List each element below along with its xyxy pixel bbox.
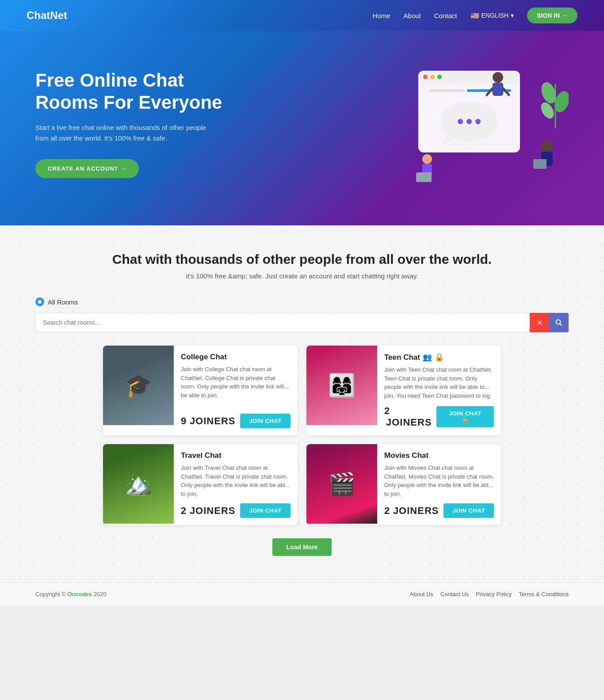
- navbar: ChatNet Home About Contact 🇺🇸 ENGLISH ▾ …: [0, 0, 604, 31]
- nav-contact[interactable]: Contact: [434, 12, 457, 19]
- flag-icon: 🇺🇸: [470, 11, 479, 20]
- svg-point-17: [422, 154, 432, 164]
- room-name-movies: Movies Chat: [384, 451, 494, 460]
- all-rooms-label: All Rooms: [48, 298, 78, 306]
- logo-bold: Chat: [27, 9, 50, 21]
- room-joiners-college: 9 JOINERS: [181, 415, 235, 427]
- section-title: Chat with thousands of other people from…: [35, 252, 569, 267]
- site-logo: ChatNet: [27, 9, 67, 22]
- room-desc-movies: Join with Movies Chat chat room at ChatN…: [384, 464, 494, 498]
- room-joiners-teen: 2 JOINERS: [384, 405, 436, 428]
- footer: Copyright © Oncodes 2020 About Us Contac…: [0, 582, 604, 605]
- load-more-button[interactable]: Load More: [272, 538, 332, 556]
- room-card-teen: 👩‍👩‍👧 Teen Chat 👥🔒 Join with Teen Chat c…: [306, 346, 501, 435]
- joiners-count: 2: [181, 505, 186, 516]
- join-chat-button-teen[interactable]: JOIN CHAT 🔒: [436, 406, 494, 427]
- footer-terms-link[interactable]: Terms & Conditions: [519, 591, 569, 597]
- user-icon: 👥: [423, 353, 432, 362]
- room-image-teen: 👩‍👩‍👧: [306, 346, 377, 425]
- svg-point-3: [423, 75, 428, 79]
- svg-rect-19: [416, 172, 432, 182]
- room-card-college: 🎓 College Chat Join with College Chat ch…: [103, 346, 298, 435]
- svg-point-26: [539, 100, 557, 121]
- nav-home[interactable]: Home: [373, 12, 390, 19]
- svg-rect-22: [533, 159, 547, 169]
- hero-title: Free Online Chat Rooms For Everyone: [35, 69, 248, 114]
- joiners-label: JOINERS: [190, 415, 236, 426]
- joiners-label: JOINERS: [190, 505, 236, 516]
- joiners-count: 2: [384, 405, 390, 416]
- section-subtitle: It's 100% free &amp; safe. Just create a…: [35, 272, 569, 280]
- load-more-section: Load More: [35, 538, 569, 556]
- svg-point-20: [541, 140, 552, 152]
- language-selector[interactable]: 🇺🇸 ENGLISH ▾: [470, 11, 514, 20]
- language-label: ENGLISH: [482, 12, 508, 19]
- search-clear-button[interactable]: ✕: [530, 313, 549, 332]
- svg-point-9: [466, 119, 472, 124]
- joiners-label: JOINERS: [386, 417, 432, 428]
- join-chat-button-travel[interactable]: JOIN CHAT: [240, 503, 291, 518]
- hero-subtitle: Start a live free chat online with thous…: [35, 122, 221, 144]
- hero-content: Free Online Chat Rooms For Everyone Star…: [35, 69, 248, 179]
- search-icon: [555, 319, 562, 326]
- tab-circle-icon: [35, 297, 44, 306]
- logo-light: Net: [50, 9, 67, 21]
- room-joiners-movies: 2 JOINERS: [384, 505, 439, 517]
- search-submit-button[interactable]: [549, 313, 569, 332]
- joiners-count: 9: [181, 415, 186, 426]
- svg-rect-11: [429, 89, 465, 92]
- lock-badge: 🔒: [435, 353, 444, 362]
- join-chat-button-movies[interactable]: JOIN CHAT: [443, 503, 494, 518]
- room-image-travel: 🏔️: [103, 444, 174, 524]
- room-desc-teen: Join with Teen Chat chat room at ChatNet…: [384, 365, 494, 400]
- rooms-grid: 🎓 College Chat Join with College Chat ch…: [103, 346, 501, 525]
- nav-about[interactable]: About: [404, 12, 421, 19]
- main-section: Chat with thousands of other people from…: [0, 225, 604, 582]
- footer-privacy-link[interactable]: Privacy Policy: [476, 591, 512, 597]
- hero-section: Free Online Chat Rooms For Everyone Star…: [0, 31, 604, 225]
- room-card-travel: 🏔️ Travel Chat Join with Travel Chat cha…: [103, 444, 298, 525]
- room-image-movies: 🎬: [306, 444, 377, 524]
- svg-point-5: [437, 75, 442, 79]
- room-card-movies: 🎬 Movies Chat Join with Movies Chat chat…: [306, 444, 501, 525]
- footer-oncodes-link[interactable]: Oncodes: [67, 591, 92, 597]
- footer-contact-link[interactable]: Contact Us: [440, 591, 469, 597]
- footer-about-link[interactable]: About Us: [410, 591, 433, 597]
- joiners-label: JOINERS: [393, 505, 439, 516]
- room-name-teen: Teen Chat 👥🔒: [384, 353, 494, 362]
- room-name-college: College Chat: [181, 353, 291, 361]
- room-name-travel: Travel Chat: [181, 451, 291, 460]
- create-account-button[interactable]: CREATE AN ACCOUNT →: [35, 159, 139, 178]
- joiners-count: 2: [384, 505, 390, 516]
- svg-line-28: [560, 324, 562, 326]
- svg-point-10: [475, 119, 481, 124]
- svg-point-8: [458, 119, 463, 124]
- room-desc-travel: Join with Travel Chat chat room at ChatN…: [181, 464, 291, 498]
- search-bar: ✕: [35, 313, 569, 332]
- signin-button[interactable]: SIGN IN →: [527, 8, 577, 23]
- footer-links: About Us Contact Us Privacy Policy Terms…: [410, 591, 569, 597]
- svg-point-13: [493, 72, 503, 83]
- chevron-down-icon: ▾: [511, 12, 514, 19]
- nav-links: Home About Contact 🇺🇸 ENGLISH ▾ SIGN IN …: [373, 8, 577, 23]
- rooms-tab[interactable]: All Rooms: [35, 297, 569, 306]
- room-desc-college: Join with College Chat chat room at Chat…: [181, 365, 291, 408]
- join-chat-button-college[interactable]: JOIN CHAT: [240, 414, 291, 428]
- svg-rect-14: [493, 83, 503, 96]
- hero-illustration: [383, 57, 569, 190]
- room-joiners-travel: 2 JOINERS: [181, 505, 235, 517]
- room-image-college: 🎓: [103, 346, 174, 425]
- footer-copyright: Copyright © Oncodes 2020: [35, 591, 107, 597]
- svg-point-4: [430, 75, 435, 79]
- search-input[interactable]: [35, 313, 530, 332]
